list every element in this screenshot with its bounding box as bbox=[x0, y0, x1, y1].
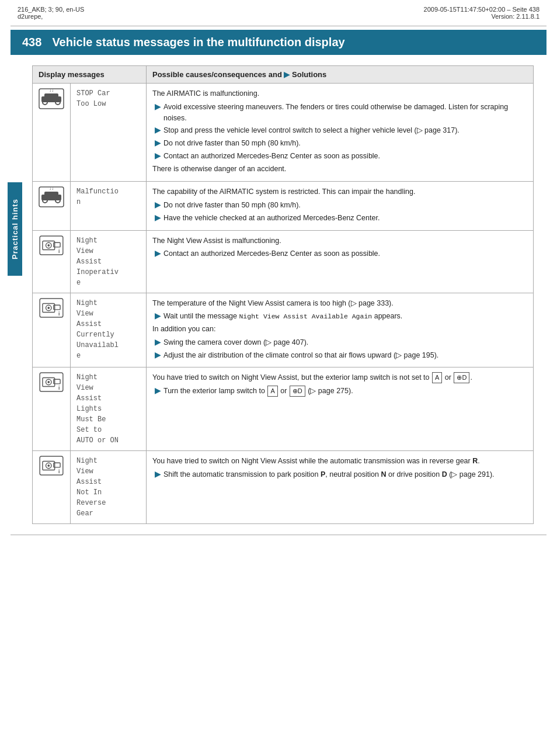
svg-text:i: i bbox=[58, 469, 60, 474]
svg-point-27 bbox=[47, 381, 50, 383]
meta-right: 2009-05-15T11:47:50+02:00 – Seite 438 Ve… bbox=[424, 6, 539, 20]
camera-icon-4: i bbox=[39, 298, 64, 318]
svg-point-21 bbox=[47, 307, 50, 309]
table-row: i NightViewAssistLightsMust BeSet toAUTO… bbox=[33, 367, 534, 451]
svg-text:i: i bbox=[58, 248, 60, 254]
msg-cell-1: STOP CarToo Low bbox=[71, 84, 147, 182]
icon-cell-1: ↓↓ bbox=[33, 84, 71, 182]
svg-text:i: i bbox=[58, 311, 60, 317]
icon-cell-3: i bbox=[33, 230, 71, 293]
page-number: 438 bbox=[22, 36, 41, 49]
col-causes-header: Possible causes/consequences and ▶ Solut… bbox=[147, 66, 534, 84]
msg-cell-3: NightViewAssistInoperative bbox=[71, 230, 147, 293]
table-row: i NightViewAssistNot InReverseGear You h… bbox=[33, 451, 534, 524]
causes-cell-4: The temperature of the Night View Assist… bbox=[147, 293, 534, 367]
svg-text:i: i bbox=[58, 385, 60, 391]
page-title: Vehicle status messages in the multifunc… bbox=[52, 36, 344, 49]
table-row: i NightViewAssistCurrentlyUnavailable Th… bbox=[33, 293, 534, 367]
svg-point-15 bbox=[47, 244, 50, 247]
icon-cell-5: i bbox=[33, 367, 71, 451]
icon-cell-6: i bbox=[33, 451, 71, 524]
svg-rect-8 bbox=[44, 192, 58, 196]
camera-icon-3: i bbox=[39, 235, 64, 255]
page-heading: 438 Vehicle status messages in the multi… bbox=[11, 30, 546, 55]
camera-icon-5: i bbox=[39, 372, 64, 392]
top-rule bbox=[11, 26, 546, 26]
causes-cell-5: You have tried to switch on Night View A… bbox=[147, 367, 534, 451]
svg-point-33 bbox=[47, 464, 50, 467]
car-icon-2: ↓↓ bbox=[39, 186, 64, 207]
sidebar-label: Practical hints bbox=[8, 182, 22, 276]
msg-cell-6: NightViewAssistNot InReverseGear bbox=[71, 451, 147, 524]
svg-rect-2 bbox=[44, 93, 58, 98]
table-row: ↓↓ Malfunction The capability of the AIR… bbox=[33, 182, 534, 230]
causes-cell-3: The Night View Assist is malfunctioning.… bbox=[147, 230, 534, 293]
page-meta: 216_AKB; 3; 90, en-US d2urepe, 2009-05-1… bbox=[0, 0, 557, 22]
table-row: i NightViewAssistInoperative The Night V… bbox=[33, 230, 534, 293]
main-table: Display messages Possible causes/consequ… bbox=[32, 65, 534, 524]
icon-cell-2: ↓↓ bbox=[33, 182, 71, 230]
car-icon-1: ↓↓ bbox=[39, 88, 64, 109]
causes-cell-2: The capability of the AIRMATIC system is… bbox=[147, 182, 534, 230]
meta-left: 216_AKB; 3; 90, en-US d2urepe, bbox=[18, 6, 84, 20]
causes-cell-1: The AIRMATIC is malfunctioning. ▶ Avoid … bbox=[147, 84, 534, 182]
col-display-header: Display messages bbox=[33, 66, 147, 84]
msg-cell-5: NightViewAssistLightsMust BeSet toAUTO o… bbox=[71, 367, 147, 451]
causes-cell-6: You have tried to switch on Night View A… bbox=[147, 451, 534, 524]
msg-cell-4: NightViewAssistCurrentlyUnavailable bbox=[71, 293, 147, 367]
bottom-rule bbox=[11, 535, 546, 535]
svg-text:↓↓: ↓↓ bbox=[49, 88, 54, 93]
icon-cell-4: i bbox=[33, 293, 71, 367]
content-area: Practical hints Display messages Possibl… bbox=[32, 65, 534, 524]
table-row: ↓↓ STOP CarToo Low The AIRMATIC is malfu… bbox=[33, 84, 534, 182]
svg-text:↓↓: ↓↓ bbox=[49, 186, 54, 191]
camera-icon-6: i bbox=[39, 456, 64, 476]
msg-cell-2: Malfunction bbox=[71, 182, 147, 230]
